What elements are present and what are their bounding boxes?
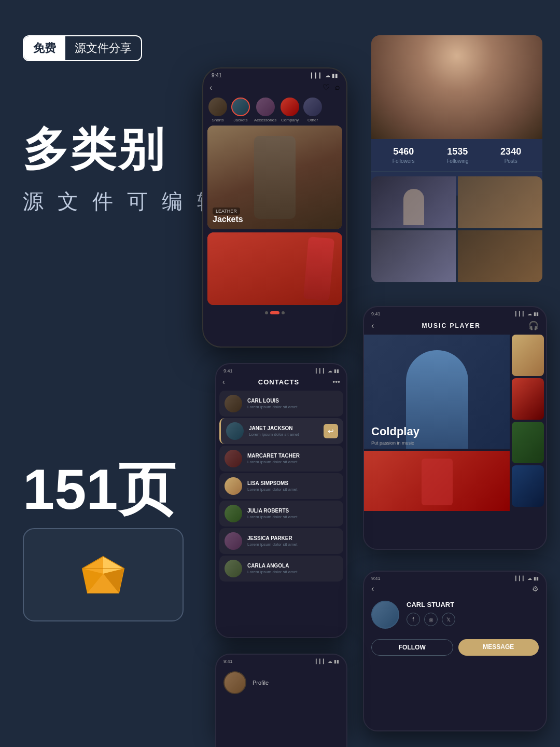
product-jackets-card[interactable]: LEATHER Jackets	[207, 126, 342, 229]
search-icon[interactable]: ⌕	[335, 82, 340, 92]
profile-card: 5460 Followers 1535 Following 2340 Posts…	[371, 35, 542, 196]
gallery-grid	[371, 176, 542, 282]
bp-avatar	[223, 671, 246, 694]
contact-info-3: MARCARET TACHER Lorem ipsum dolor sit am…	[247, 453, 338, 464]
mp-song: Put passion in music	[371, 440, 414, 446]
p2-facebook-btn[interactable]: f	[407, 613, 420, 626]
stat-following: 1535 Following	[446, 146, 468, 164]
contact-avatar-1	[225, 395, 242, 412]
progress-dots	[203, 308, 346, 317]
bp-time: 9:41	[223, 659, 233, 664]
contact-avatar-6	[225, 532, 242, 550]
mp-title: MUSIC PLAYER	[422, 322, 481, 329]
mp-time: 9:41	[371, 311, 381, 316]
page-count: 151页	[23, 451, 175, 529]
music-player: 9:41 ▎▎▎ ☁ ▮▮ ‹ MUSIC PLAYER 🎧 Coldplay …	[363, 306, 547, 550]
p2-info: CARL STUART f ◎ 𝕏	[407, 601, 539, 626]
contacts-phone: 9:41 ▎▎▎ ☁ ▮▮ ‹ CONTACTS ••• CARL LOUIS …	[215, 363, 347, 638]
sketch-logo-box	[23, 528, 184, 621]
mp-band-name: Coldplay	[371, 425, 419, 438]
back-icon[interactable]: ‹	[209, 83, 212, 92]
gallery-item-3	[371, 230, 456, 282]
cp-header: ‹ CONTACTS •••	[216, 375, 346, 389]
profile2-card: 9:41 ▎▎▎ ☁ ▮▮ ‹ ⚙ CARL STUART f ◎ 𝕏 FOLL…	[363, 571, 547, 731]
cp-signal: ▎▎▎ ☁ ▮▮	[316, 368, 339, 374]
mp-back-icon[interactable]: ‹	[371, 321, 374, 330]
stat-followers: 5460 Followers	[393, 146, 415, 164]
contact-info-7: CARLA ANGOLA Lorem ipsum dolor sit amet	[247, 563, 338, 574]
p2-follow-button[interactable]: FOLLOW	[371, 639, 453, 656]
cat-company[interactable]: Company	[281, 98, 299, 122]
contact-row[interactable]: CARL LOUIS Lorem ipsum dolor sit amet	[219, 391, 343, 417]
bp-status-bar: 9:41 ▎▎▎ ☁ ▮▮	[216, 655, 346, 666]
cp-status-bar: 9:41 ▎▎▎ ☁ ▮▮	[216, 364, 346, 375]
mp-headphone-icon[interactable]: 🎧	[528, 321, 539, 330]
top-badge: 免费 源文件分享	[23, 35, 142, 61]
p2-instagram-btn[interactable]: ◎	[424, 613, 438, 626]
mp-second-img	[364, 451, 510, 511]
p2-settings-icon[interactable]: ⚙	[532, 585, 539, 593]
mp-status-bar: 9:41 ▎▎▎ ☁ ▮▮	[364, 307, 546, 319]
product-dress-card[interactable]	[207, 232, 342, 305]
mp-sidebar	[510, 335, 546, 511]
contact-action-btn[interactable]: ↩	[324, 424, 338, 438]
profile-stats: 5460 Followers 1535 Following 2340 Posts	[371, 139, 542, 172]
contact-avatar-3	[225, 450, 242, 467]
contact-avatar-7	[225, 560, 242, 577]
contact-row-3[interactable]: MARCARET TACHER Lorem ipsum dolor sit am…	[219, 446, 343, 472]
mp-main: Coldplay Put passion in music	[364, 335, 510, 511]
p2-content: CARL STUART f ◎ 𝕏	[364, 596, 546, 634]
cp-time: 9:41	[223, 368, 233, 374]
bp-content: Profile	[216, 666, 346, 699]
mp-album-art: Coldplay Put passion in music	[364, 335, 510, 449]
p2-message-button[interactable]: MESSAGE	[458, 639, 539, 656]
fashion-time: 9:41	[212, 73, 221, 78]
sketch-diamond-icon	[80, 554, 127, 596]
fashion-status-bar: 9:41 ▎▎▎ ☁ ▮▮	[203, 68, 346, 80]
cat-jackets[interactable]: Jackets	[231, 98, 250, 122]
mp-thumb-4[interactable]	[512, 465, 544, 507]
mp-thumb-2[interactable]	[512, 378, 544, 420]
bp-signal: ▎▎▎ ☁ ▮▮	[316, 659, 339, 664]
badge-free-label: 免费	[24, 36, 65, 60]
contact-row-7[interactable]: CARLA ANGOLA Lorem ipsum dolor sit amet	[219, 556, 343, 582]
bp-name: Profile	[253, 680, 339, 686]
cp-title: CONTACTS	[258, 378, 299, 386]
cp-back-icon[interactable]: ‹	[222, 378, 225, 386]
badge-source-label: 源文件分享	[65, 36, 141, 60]
mp-content: Coldplay Put passion in music	[364, 335, 546, 511]
contact-row-4[interactable]: LISA SIMPSOMS Lorem ipsum dolor sit amet	[219, 473, 343, 499]
p2-status-bar: 9:41 ▎▎▎ ☁ ▮▮	[364, 572, 546, 582]
p2-twitter-btn[interactable]: 𝕏	[442, 613, 455, 626]
mp-thumb-1[interactable]	[512, 335, 544, 376]
cat-shorts[interactable]: Shorts	[208, 98, 227, 122]
fashion-app-phone: 9:41 ▎▎▎ ☁ ▮▮ ‹ ♡ ⌕ Shorts Jackets Acces…	[202, 67, 347, 348]
contact-info-6: JESSICA PARKER Lorem ipsum dolor sit ame…	[247, 535, 338, 547]
contact-row-highlighted[interactable]: JANET JACKSON Lorem ipsum dolor sit amet…	[219, 418, 343, 444]
sub-title: 源 文 件 可 编 辑	[23, 187, 222, 216]
mp-signal: ▎▎▎ ☁ ▮▮	[515, 311, 539, 316]
contact-row-5[interactable]: JULIA ROBERTS Lorem ipsum dolor sit amet	[219, 501, 343, 527]
heart-icon[interactable]: ♡	[323, 82, 330, 92]
mp-header: ‹ MUSIC PLAYER 🎧	[364, 319, 546, 335]
p2-back-icon[interactable]: ‹	[371, 584, 374, 593]
contact-avatar-2	[226, 422, 244, 440]
p2-time: 9:41	[371, 576, 381, 581]
cp-menu-icon[interactable]: •••	[332, 378, 340, 386]
p2-nav: ‹ ⚙	[364, 582, 546, 596]
cat-accessories[interactable]: Accessories	[254, 98, 276, 122]
fashion-nav: ‹ ♡ ⌕	[203, 80, 346, 94]
p2-name: CARL STUART	[407, 601, 539, 608]
p2-social-links: f ◎ 𝕏	[407, 613, 539, 626]
p2-avatar	[371, 601, 399, 629]
gallery-item-1	[371, 176, 456, 228]
cat-other[interactable]: Other	[303, 98, 322, 122]
p2-signal: ▎▎▎ ☁ ▮▮	[515, 576, 539, 581]
contact-info-1: CARL LOUIS Lorem ipsum dolor sit amet	[247, 398, 338, 409]
contact-row-6[interactable]: JESSICA PARKER Lorem ipsum dolor sit ame…	[219, 528, 343, 554]
mp-thumb-3[interactable]	[512, 422, 544, 463]
contact-avatar-5	[225, 505, 242, 522]
product-sublabel: LEATHER	[213, 208, 240, 215]
category-list: Shorts Jackets Accessories Company Other	[203, 94, 346, 126]
contact-info-5: JULIA ROBERTS Lorem ipsum dolor sit amet	[247, 508, 338, 519]
